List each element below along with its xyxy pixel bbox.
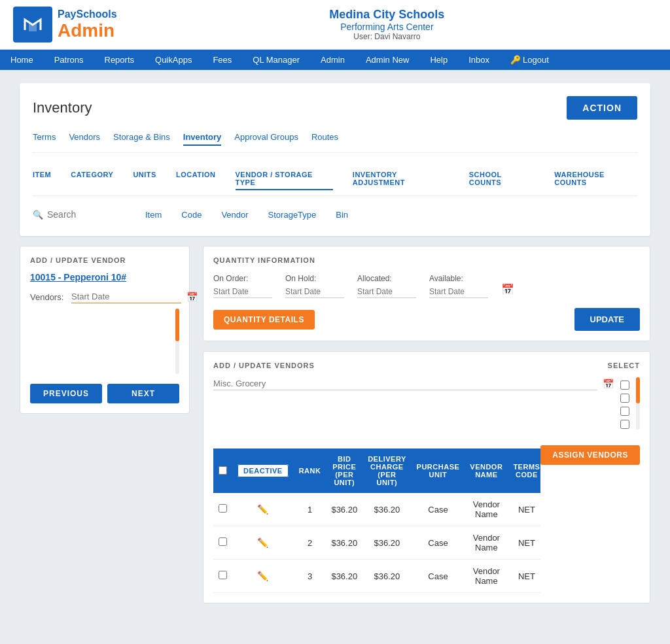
tab-location[interactable]: LOCATION — [176, 168, 216, 190]
row3-edit-icon[interactable]: ✏️ — [257, 571, 268, 581]
col-checkbox — [213, 449, 232, 493]
search-storage-link[interactable]: StorageType — [268, 210, 317, 220]
tab-warehouse-counts[interactable]: WAREHOUSE COUNTS — [554, 168, 637, 190]
available-input[interactable] — [429, 286, 488, 298]
row2-bid-price: $36.20 — [326, 526, 362, 560]
on-order-input[interactable] — [213, 286, 272, 298]
tab-inventory-adj[interactable]: INVENTORY ADJUSTMENT — [353, 168, 450, 190]
tab-school-counts[interactable]: SCHOOL COUNTS — [469, 168, 535, 190]
vendor-check-4[interactable] — [620, 420, 629, 429]
previous-button[interactable]: PREVIOUS — [30, 384, 102, 403]
assign-vendors-button[interactable]: ASSIGN VENDORS — [540, 445, 640, 465]
nav-help[interactable]: Help — [419, 50, 458, 70]
row2-vendor-name: Vendor Name — [465, 526, 508, 560]
tab-category[interactable]: CATEGORY — [71, 168, 113, 190]
search-bin-link[interactable]: Bin — [336, 210, 348, 220]
row3-delivery: $36.20 — [362, 560, 411, 593]
search-code-link[interactable]: Code — [181, 210, 202, 220]
update-button[interactable]: UPDATE — [574, 308, 640, 331]
row2-purchase-unit: Case — [412, 526, 465, 560]
row1-checkbox[interactable] — [219, 504, 227, 513]
deactive-badge: DEACTIVE — [238, 464, 289, 477]
vendor-check-1[interactable] — [620, 381, 629, 390]
quantity-actions: QUANTITY DETAILS UPDATE — [213, 308, 640, 331]
search-input[interactable] — [47, 209, 126, 220]
vendor-filter-input[interactable] — [213, 377, 597, 390]
nav-home[interactable]: Home — [0, 50, 44, 70]
vendor-filter-area: 📅 — [213, 377, 614, 397]
quantity-title: QUANTITY INFORMATION — [213, 256, 640, 264]
logo-area: PaySchools Admin — [13, 7, 117, 42]
row1-edit-cell: ✏️ — [232, 493, 294, 526]
two-col-layout: ADD / UPDATE VENDOR 10015 - Pepperoni 10… — [20, 246, 650, 613]
search-icon: 🔍 — [33, 210, 43, 220]
subnav-routes[interactable]: Routes — [311, 129, 338, 146]
row3-vendor-name: Vendor Name — [465, 560, 508, 593]
subnav-vendors[interactable]: Vendors — [69, 129, 100, 146]
row1-bid-price: $36.20 — [326, 493, 362, 526]
row1-edit-icon[interactable]: ✏️ — [257, 504, 268, 515]
row2-checkbox[interactable] — [219, 537, 227, 546]
nav-patrons[interactable]: Patrons — [44, 50, 94, 70]
on-order-label: On Order: — [213, 274, 272, 283]
tab-item[interactable]: ITEM — [33, 168, 51, 190]
nav-fees[interactable]: Fees — [202, 50, 242, 70]
main-content: Inventory ACTION Terms Vendors Storage &… — [0, 70, 670, 626]
on-hold-input[interactable] — [285, 286, 344, 298]
quantity-details-button[interactable]: QUANTITY DETAILS — [213, 310, 315, 330]
item-link[interactable]: 10015 - Pepperoni 10# — [30, 272, 179, 282]
vendor-table: DEACTIVE RANK BID PRICE (PER UNIT) DELIV… — [213, 449, 540, 593]
row3-checkbox[interactable] — [219, 571, 227, 579]
vendor-check-2[interactable] — [620, 394, 629, 403]
user-info: User: Davi Navarro — [117, 32, 657, 41]
left-column: ADD / UPDATE VENDOR 10015 - Pepperoni 10… — [20, 246, 190, 613]
select-label: SELECT — [608, 362, 640, 369]
nav-logout[interactable]: 🔑Logout — [500, 50, 559, 70]
school-sub: Performing Arts Center — [117, 22, 657, 32]
calendar-icon[interactable]: 📅 — [186, 292, 198, 302]
subnav-approval[interactable]: Approval Groups — [234, 129, 298, 146]
calendar-float-icon[interactable]: 📅 — [501, 283, 514, 296]
tabs-row: ITEM CATEGORY UNITS LOCATION VENDOR / ST… — [33, 163, 637, 196]
quantity-section: QUANTITY INFORMATION On Order: On Hold: … — [203, 246, 650, 341]
vendor-table-body: ✏️ 1 $36.20 $36.20 Case Vendor Name NET — [213, 493, 540, 593]
row2-delivery: $36.20 — [362, 526, 411, 560]
nav-admin-new[interactable]: Admin New — [355, 50, 419, 70]
select-all-checkbox[interactable] — [219, 466, 227, 475]
vendor-checkbox-4 — [620, 420, 629, 429]
col-rank-header: RANK — [294, 449, 326, 493]
vendor-field-row: Vendors: 📅 — [30, 290, 179, 303]
subnav-storage[interactable]: Storage & Bins — [113, 129, 170, 146]
row1-vendor-name: Vendor Name — [465, 493, 508, 526]
table-row: ✏️ 3 $36.20 $36.20 Case Vendor Name NET — [213, 560, 540, 593]
row2-edit-icon[interactable]: ✏️ — [257, 537, 268, 548]
search-item-link[interactable]: Item — [145, 210, 162, 220]
action-button[interactable]: ACTION — [567, 96, 637, 120]
nav-inbox[interactable]: Inbox — [458, 50, 500, 70]
tab-units[interactable]: UNITS — [133, 168, 156, 190]
add-update-vendor-panel: ADD / UPDATE VENDOR 10015 - Pepperoni 10… — [20, 246, 190, 414]
table-row: ✏️ 1 $36.20 $36.20 Case Vendor Name NET — [213, 493, 540, 526]
nav-quikapps[interactable]: QuikApps — [145, 50, 202, 70]
search-vendor-link[interactable]: Vendor — [221, 210, 248, 220]
filter-calendar-icon[interactable]: 📅 — [603, 379, 614, 389]
nav-reports[interactable]: Reports — [94, 50, 145, 70]
vendor-checkbox-2 — [620, 394, 629, 403]
scroll-area — [30, 309, 179, 374]
vendor-field-label: Vendors: — [30, 292, 66, 302]
page-title: Inventory — [33, 99, 92, 116]
subnav-terms[interactable]: Terms — [33, 129, 56, 146]
vendor-check-3[interactable] — [620, 407, 629, 416]
subnav-inventory[interactable]: Inventory — [183, 129, 222, 146]
nav-admin[interactable]: Admin — [310, 50, 355, 70]
vendors-title: ADD / UPDATE VENDORS — [213, 362, 315, 369]
vendor-date-input[interactable] — [71, 290, 181, 303]
tab-vendor-storage[interactable]: VENDOR / STORAGE TYPE — [236, 168, 333, 190]
next-button[interactable]: NEXT — [107, 384, 179, 403]
panel-title: ADD / UPDATE VENDOR — [30, 256, 179, 264]
school-name: Medina City Schools — [117, 8, 657, 22]
sub-nav: Terms Vendors Storage & Bins Inventory A… — [33, 129, 637, 153]
vendor-checkbox-1 — [620, 381, 629, 390]
nav-ql-manager[interactable]: QL Manager — [242, 50, 310, 70]
allocated-input[interactable] — [357, 286, 416, 298]
